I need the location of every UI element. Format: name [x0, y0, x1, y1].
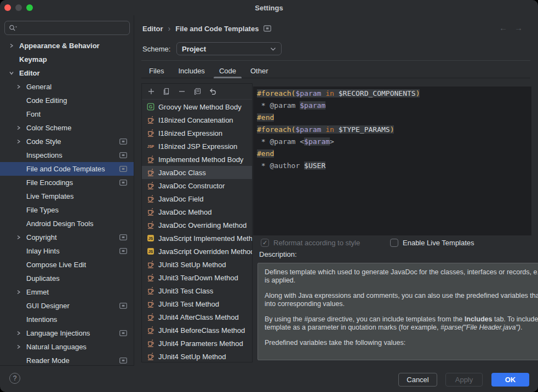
add-template-button[interactable]	[146, 87, 156, 96]
back-arrow-icon[interactable]: ←	[499, 23, 507, 32]
sidebar-item-color-scheme[interactable]: Color Scheme	[0, 121, 134, 135]
java-file-icon	[146, 273, 155, 282]
tab-includes[interactable]: Includes	[171, 64, 211, 78]
sidebar-item-code-style[interactable]: Code Style	[0, 135, 134, 148]
chevron-right-icon[interactable]	[15, 234, 22, 241]
template-item-junit4-parameters-method[interactable]: JUnit4 Parameters Method	[142, 337, 252, 350]
sidebar-item-keymap[interactable]: Keymap	[0, 53, 134, 66]
template-item-label: JUnit3 Test Class	[158, 287, 213, 295]
code-line: * @author $USER	[257, 160, 531, 172]
template-item-javascript-implemented-method-body[interactable]: JSJavaScript Implemented Method Body	[142, 232, 252, 245]
svg-text:JSP: JSP	[147, 145, 154, 148]
template-item-javadoc-field[interactable]: JavaDoc Field	[142, 192, 252, 205]
sidebar-item-appearance-behavior[interactable]: Appearance & Behavior	[0, 39, 134, 53]
template-item-junit4-setup-method[interactable]: JUnit4 SetUp Method	[142, 350, 252, 362]
sidebar-item-reader-mode[interactable]: Reader Mode	[0, 354, 134, 366]
project-settings-icon	[119, 152, 127, 158]
sidebar-item-label: Inspections	[26, 151, 62, 159]
template-item-javadoc-constructor[interactable]: JavaDoc Constructor	[142, 179, 252, 192]
sidebar-item-android-design-tools[interactable]: Android Design Tools	[0, 217, 134, 230]
template-item-label: JUnit3 SetUp Method	[158, 261, 226, 269]
template-item-label: I18nized Expression	[158, 129, 222, 137]
sidebar-item-editor[interactable]: Editor	[0, 66, 134, 80]
reset-to-default-button[interactable]	[208, 87, 218, 96]
settings-search-input[interactable]	[4, 21, 130, 35]
sidebar-item-intentions[interactable]: Intentions	[0, 313, 134, 326]
zoom-window-button[interactable]	[26, 4, 33, 11]
template-item-javadoc-overriding-method[interactable]: JavaDoc Overriding Method	[142, 218, 252, 232]
sidebar-item-emmet[interactable]: Emmet	[0, 285, 134, 299]
sidebar-item-file-types[interactable]: File Types	[0, 203, 134, 217]
chevron-right-icon[interactable]	[15, 125, 22, 131]
close-window-button[interactable]	[4, 4, 11, 11]
scheme-select[interactable]: Project	[176, 42, 282, 55]
breadcrumb-parent[interactable]: Editor	[142, 25, 163, 33]
sidebar-item-language-injections[interactable]: Language Injections	[0, 326, 134, 340]
tab-other[interactable]: Other	[244, 64, 275, 78]
template-item-javascript-overridden-method-body[interactable]: JSJavaScript Overridden Method Body	[142, 245, 252, 258]
template-list-panel: GGroovy New Method BodyI18nized Concaten…	[141, 83, 253, 362]
template-item-implemented-method-body[interactable]: Implemented Method Body	[142, 153, 252, 166]
search-icon	[9, 24, 18, 32]
sidebar-item-live-templates[interactable]: Live Templates	[0, 189, 134, 203]
sidebar-item-label: Color Scheme	[26, 124, 71, 132]
template-item-i18nized-expression[interactable]: I18nized Expression	[142, 126, 252, 140]
tab-code[interactable]: Code	[213, 64, 243, 78]
settings-content: Editor › File and Code Templates ← → Sch…	[135, 15, 538, 366]
template-item-groovy-new-method-body[interactable]: GGroovy New Method Body	[142, 100, 252, 113]
chevron-right-icon[interactable]	[15, 139, 22, 145]
chevron-right-icon[interactable]	[8, 43, 15, 49]
project-settings-icon	[119, 166, 127, 172]
sidebar-item-font[interactable]: Font	[0, 107, 134, 121]
copy-template-button[interactable]	[192, 87, 202, 96]
template-item-label: JUnit4 SetUp Method	[158, 353, 226, 361]
sidebar-item-inlay-hints[interactable]: Inlay Hints	[0, 244, 134, 258]
cancel-button[interactable]: Cancel	[398, 373, 437, 387]
reformat-checkbox[interactable]: ✓ Reformat according to style	[261, 237, 360, 248]
template-item-junit4-beforeclass-method[interactable]: JUnit4 BeforeClass Method	[142, 324, 252, 337]
tab-files[interactable]: Files	[142, 64, 170, 78]
sidebar-item-label: Language Injections	[26, 329, 90, 337]
template-item-label: JavaScript Implemented Method Body	[158, 234, 252, 243]
sidebar-item-gui-designer[interactable]: GUI Designer	[0, 299, 134, 313]
java-file-icon	[146, 129, 155, 137]
create-child-template-button[interactable]	[162, 87, 171, 96]
template-item-label: JavaDoc Field	[158, 195, 203, 203]
enable-live-templates-checkbox[interactable]: Enable Live Templates	[390, 237, 474, 248]
sidebar-item-code-editing[interactable]: Code Editing	[0, 94, 134, 107]
sidebar-item-file-and-code-templates[interactable]: File and Code Templates	[0, 162, 134, 176]
project-settings-icon	[119, 303, 127, 309]
template-item-junit3-test-method[interactable]: JUnit3 Test Method	[142, 297, 252, 310]
template-item-junit3-test-class[interactable]: JUnit3 Test Class	[142, 284, 252, 297]
chevron-right-icon[interactable]	[15, 330, 22, 337]
template-item-i18nized-jsp-expression[interactable]: JSPI18nized JSP Expression	[142, 140, 252, 153]
sidebar-item-compose-live-edit[interactable]: Compose Live Edit	[0, 258, 134, 272]
chevron-down-icon[interactable]	[8, 70, 15, 77]
template-item-junit3-setup-method[interactable]: JUnit3 SetUp Method	[142, 258, 252, 271]
template-item-junit4-afterclass-method[interactable]: JUnit4 AfterClass Method	[142, 310, 252, 324]
template-item-i18nized-concatenation[interactable]: I18nized Concatenation	[142, 113, 252, 126]
template-item-junit3-teardown-method[interactable]: JUnit3 TearDown Method	[142, 271, 252, 284]
chevron-right-icon[interactable]	[15, 289, 22, 296]
ok-button[interactable]: OK	[491, 373, 529, 387]
sidebar-item-general[interactable]: General	[0, 80, 134, 94]
template-code-editor[interactable]: #foreach($param in $RECORD_COMPONENTS) *…	[253, 87, 531, 235]
chevron-spacer	[15, 262, 22, 268]
plus-icon	[147, 87, 156, 96]
template-item-javadoc-class[interactable]: JavaDoc Class	[142, 166, 252, 179]
sidebar-item-natural-languages[interactable]: Natural Languages	[0, 340, 134, 354]
sidebar-item-file-encodings[interactable]: File Encodings	[0, 176, 134, 189]
forward-arrow-icon[interactable]: →	[514, 23, 523, 32]
template-item-javadoc-method[interactable]: JavaDoc Method	[142, 205, 252, 218]
remove-template-button[interactable]	[177, 87, 187, 96]
chevron-right-icon[interactable]	[15, 84, 22, 90]
sidebar-item-duplicates[interactable]: Duplicates	[0, 272, 134, 285]
minus-icon	[178, 87, 186, 96]
chevron-right-icon[interactable]	[15, 344, 22, 350]
sidebar-item-inspections[interactable]: Inspections	[0, 148, 134, 162]
template-item-label: JUnit4 AfterClass Method	[158, 313, 239, 321]
help-button[interactable]: ?	[9, 373, 20, 384]
sidebar-item-copyright[interactable]: Copyright	[0, 230, 134, 244]
copy-icon	[193, 87, 202, 96]
breadcrumb-current: File and Code Templates	[175, 25, 259, 33]
